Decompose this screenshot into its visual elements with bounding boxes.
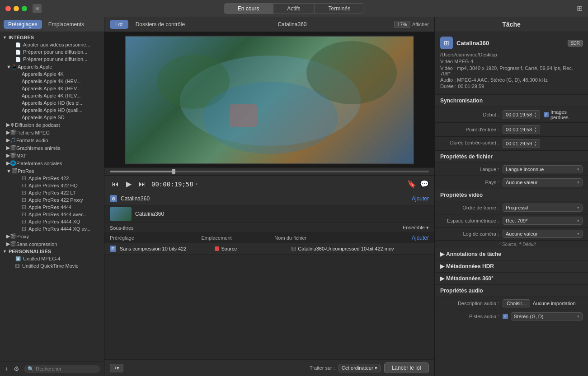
section-metadata-hdr[interactable]: ▶ Métadonnées HDR	[435, 260, 588, 273]
group-proxy[interactable]: ▶ 🎬 Proxy	[0, 232, 104, 240]
ordre-trame-select[interactable]: Progressif ▾	[503, 204, 583, 212]
item-prores-4444[interactable]: 🎞 Apple ProRes 4444	[0, 204, 104, 211]
add-preset-button[interactable]: +	[4, 364, 9, 373]
item-apple-4k-hev-1[interactable]: Appareils Apple 4K (HEV...	[0, 78, 104, 85]
images-perdues-checkbox[interactable]: ✓	[544, 112, 549, 117]
item-prores-422[interactable]: 🎞 Apple ProRes 422	[0, 175, 104, 182]
settings-button[interactable]: ⚙	[13, 364, 20, 373]
item-prores-4444-avec[interactable]: 🎞 Apple ProRes 4444 avec...	[0, 211, 104, 218]
item-prores-4444-xq-av[interactable]: 🎞 Apple ProRes 4444 XQ av...	[0, 225, 104, 232]
afficher-button[interactable]: Afficher	[412, 22, 429, 27]
group-plateformes[interactable]: ▶ 🌐 Plateformes sociales	[0, 159, 104, 167]
section-personnalises[interactable]: ▼ PERSONNALISÉS	[0, 248, 104, 255]
images-perdues-row: ✓ Images perdues	[544, 109, 583, 120]
espace-color-select[interactable]: Rec. 709* ▾	[503, 217, 583, 225]
item-apple-4k[interactable]: Appareils Apple 4K	[0, 70, 104, 78]
section-metadata-360[interactable]: ▶ Métadonnées 360°	[435, 273, 588, 285]
tab-prereglages[interactable]: Préréglages	[4, 20, 42, 29]
pe-down[interactable]: ▼	[534, 130, 537, 133]
proxy-icon: 🎬	[10, 233, 16, 239]
audio-controls: Choisir... Aucune importation	[503, 299, 583, 307]
group-mxf[interactable]: ▶ 🎬 MXF	[0, 152, 104, 159]
debut-up[interactable]: ▲	[534, 111, 537, 115]
pe-up[interactable]: ▲	[534, 126, 537, 130]
item-apple-4k-hev-2[interactable]: Appareils Apple 4K (HEV...	[0, 85, 104, 92]
item-apple-sd[interactable]: Appareils Apple SD	[0, 114, 104, 121]
graphismes-icon: 🎬	[10, 145, 16, 151]
group-diffusion[interactable]: ▶ 🎙 Diffusion de podcast	[0, 121, 104, 129]
duree-es-field[interactable]: 00:01:29;59 ▲ ▼	[503, 139, 540, 148]
item-untitled-mpeg4[interactable]: 4️⃣ Untitled MPEG-4	[0, 255, 104, 262]
bookmark-button[interactable]: 🔖	[407, 180, 416, 188]
item-prores-422-lt[interactable]: 🎞 Apple ProRes 422 LT	[0, 189, 104, 196]
job-add-button[interactable]: Ajouter	[412, 195, 429, 202]
tab-en-cours[interactable]: En cours	[224, 3, 273, 14]
ensemble-button[interactable]: Ensemble ▾	[403, 225, 429, 231]
debut-field[interactable]: 00:00:19;58 ▲ ▼	[503, 110, 540, 119]
pays-value: Aucune valeur	[506, 180, 537, 185]
tab-termines[interactable]: Terminés	[315, 3, 365, 14]
item-prores-422-proxy[interactable]: 🎞 Apple ProRes 422 Proxy	[0, 196, 104, 204]
tab-actifs[interactable]: Actifs	[273, 3, 314, 14]
item-prores-4444-xq[interactable]: 🎞 Apple ProRes 4444 XQ	[0, 218, 104, 225]
pistes-select[interactable]: Stéréo (G, D) ▾	[511, 312, 583, 320]
group-formats[interactable]: ▶ 🎵 Formats audio	[0, 136, 104, 144]
group-prores[interactable]: ▼ 🎬 ProRes	[0, 167, 104, 175]
tab-dossiers[interactable]: Dossiers de contrôle	[130, 20, 190, 29]
langue-select[interactable]: Langue inconnue ▾	[503, 165, 583, 173]
minimize-button[interactable]	[14, 6, 19, 11]
prores-icon: 🎬	[11, 168, 18, 174]
play-button[interactable]: ▶	[124, 179, 133, 189]
zoom-value[interactable]: 17%	[394, 21, 410, 28]
arrow-sans-compression: ▶	[6, 241, 10, 247]
transport-controls: ⏮ ▶ ⏭ 00:00:19;58 ▾ 🔖 💬	[104, 176, 434, 192]
next-button[interactable]: ⏭	[137, 179, 148, 189]
section-integres[interactable]: ▼ INTÉGRÉS	[0, 34, 104, 41]
traiter-label: Traiter sur :	[310, 365, 335, 371]
item-apple-4k-hev-3[interactable]: Appareils Apple 4K (HEV...	[0, 92, 104, 99]
log-camera-select[interactable]: Aucune valeur ▾	[503, 230, 583, 238]
item-untitled-qt[interactable]: 🎞 Untitled QuickTime Movie	[0, 262, 104, 269]
computer-select[interactable]: Cet ordinateur ▾	[339, 364, 381, 372]
group-graphismes[interactable]: ▶ 🎬 Graphismes animés	[0, 144, 104, 152]
grid-icon[interactable]: ⊞	[577, 4, 583, 13]
espace-color-value: Rec. 709*	[506, 218, 527, 223]
close-button[interactable]	[5, 6, 11, 11]
layout-icon[interactable]: ⊞	[33, 4, 42, 13]
item-ajouter-videos[interactable]: 📄 Ajouter aux vidéos personne...	[0, 41, 104, 48]
duree-down[interactable]: ▼	[534, 144, 537, 147]
pistes-audio-controls: ✓ Stéréo (G, D) ▾	[503, 312, 583, 320]
progress-bar[interactable]	[110, 171, 429, 172]
fullscreen-button[interactable]	[22, 6, 27, 11]
prev-button[interactable]: ⏮	[110, 179, 121, 189]
tab-emplacements[interactable]: Emplacements	[44, 20, 89, 29]
ordre-trame-value: Progressif	[506, 205, 528, 210]
output-add-button[interactable]: Ajouter	[412, 235, 429, 241]
pistes-checkbox[interactable]: ✓	[503, 314, 508, 319]
output-row-0: ⊞ Sans compression 10 bits 422 Source 🎞 …	[104, 243, 434, 255]
file-icon-3: 📄	[15, 57, 21, 62]
comment-button[interactable]: 💬	[420, 180, 429, 188]
tab-lot[interactable]: Lot	[110, 20, 128, 29]
search-icon: 🔍	[28, 366, 34, 372]
item-preparer-2[interactable]: 📄 Préparer pour une diffusion...	[0, 56, 104, 63]
group-sans-compression[interactable]: ▶ 🎬 Sans compression	[0, 240, 104, 248]
duree-up[interactable]: ▲	[534, 140, 537, 144]
arrow-fichiers: ▶	[6, 130, 10, 135]
item-prores-422-hq[interactable]: 🎞 Apple ProRes 422 HQ	[0, 182, 104, 189]
debut-down[interactable]: ▼	[534, 115, 537, 118]
group-appareils[interactable]: ▼ 📱 Appareils Apple	[0, 63, 104, 70]
fichiers-icon: 🎬	[10, 130, 16, 135]
item-apple-hd-quali[interactable]: Appareils Apple HD (quali...	[0, 107, 104, 114]
pays-select[interactable]: Aucune valeur ▾	[503, 178, 583, 186]
group-fichiers[interactable]: ▶ 🎬 Fichiers MPEG	[0, 129, 104, 136]
lancer-button[interactable]: Lancer le lot	[384, 362, 429, 373]
choisir-button[interactable]: Choisir...	[503, 299, 530, 307]
section-annotations[interactable]: ▶ Annotations de tâche	[435, 248, 588, 260]
add-footer-button[interactable]: +▾	[110, 364, 123, 372]
q-icon-8: 🎞	[22, 227, 26, 232]
point-entree-field[interactable]: 00:00:19;58 ▲ ▼	[503, 125, 540, 134]
item-apple-hd-pl[interactable]: Appareils Apple HD (les pl...	[0, 99, 104, 107]
time-dropdown-icon[interactable]: ▾	[195, 181, 198, 186]
item-preparer-1[interactable]: 📄 Préparer pour une diffusion...	[0, 48, 104, 56]
